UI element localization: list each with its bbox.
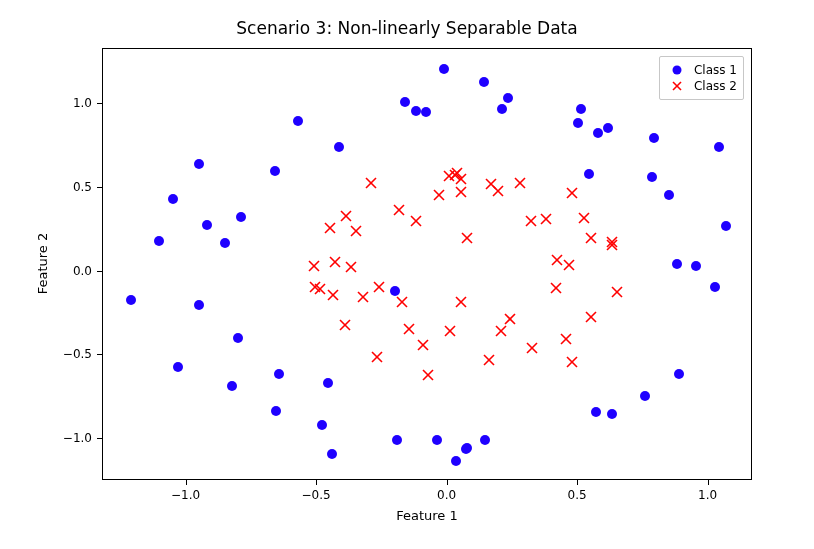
y-tick-label: 0.5 bbox=[52, 180, 92, 194]
svg-line-71 bbox=[452, 168, 462, 178]
svg-line-16 bbox=[456, 174, 466, 184]
svg-line-97 bbox=[486, 179, 496, 189]
data-point-class2 bbox=[410, 215, 422, 227]
data-point-class1 bbox=[202, 220, 212, 230]
data-point-class2 bbox=[449, 169, 461, 181]
data-point-class1 bbox=[593, 128, 603, 138]
legend-entry-class1: Class 1 bbox=[666, 63, 737, 77]
svg-line-85 bbox=[551, 283, 561, 293]
data-point-class1 bbox=[640, 391, 650, 401]
data-point-class2 bbox=[585, 311, 597, 323]
svg-line-24 bbox=[351, 226, 361, 236]
x-tick bbox=[316, 480, 317, 485]
data-point-class1 bbox=[584, 169, 594, 179]
data-point-class2 bbox=[308, 260, 320, 272]
svg-line-70 bbox=[452, 168, 462, 178]
svg-line-38 bbox=[374, 282, 384, 292]
plot-area bbox=[102, 48, 752, 480]
svg-line-5 bbox=[372, 352, 382, 362]
svg-line-53 bbox=[330, 257, 340, 267]
data-point-class1 bbox=[461, 444, 471, 454]
svg-line-95 bbox=[612, 287, 622, 297]
svg-line-18 bbox=[505, 314, 515, 324]
svg-line-17 bbox=[456, 174, 466, 184]
svg-line-44 bbox=[411, 216, 421, 226]
y-tick bbox=[97, 187, 102, 188]
data-point-class2 bbox=[327, 289, 339, 301]
data-point-class1 bbox=[672, 259, 682, 269]
y-tick bbox=[97, 271, 102, 272]
legend-entry-class2: Class 2 bbox=[666, 79, 737, 93]
data-point-class2 bbox=[566, 356, 578, 368]
data-point-class2 bbox=[483, 354, 495, 366]
svg-line-89 bbox=[456, 297, 466, 307]
data-point-class1 bbox=[194, 300, 204, 310]
data-point-class2 bbox=[314, 283, 326, 295]
svg-line-15 bbox=[527, 343, 537, 353]
x-tick bbox=[447, 480, 448, 485]
data-point-class1 bbox=[691, 261, 701, 271]
data-point-class2 bbox=[504, 313, 516, 325]
svg-line-88 bbox=[456, 297, 466, 307]
svg-line-12 bbox=[423, 370, 433, 380]
svg-line-30 bbox=[515, 178, 525, 188]
y-tick-label: −1.0 bbox=[52, 431, 92, 445]
svg-line-2 bbox=[567, 357, 577, 367]
svg-line-42 bbox=[358, 292, 368, 302]
svg-line-33 bbox=[418, 340, 428, 350]
x-tick-label: −1.0 bbox=[171, 488, 200, 502]
svg-line-66 bbox=[552, 255, 562, 265]
data-point-class2 bbox=[350, 225, 362, 237]
data-point-class1 bbox=[480, 435, 490, 445]
svg-line-4 bbox=[372, 352, 382, 362]
svg-line-39 bbox=[374, 282, 384, 292]
svg-line-68 bbox=[567, 188, 577, 198]
svg-line-65 bbox=[579, 213, 589, 223]
data-point-class1 bbox=[439, 64, 449, 74]
data-point-class1 bbox=[432, 435, 442, 445]
data-point-class1 bbox=[603, 123, 613, 133]
x-tick bbox=[577, 480, 578, 485]
svg-line-11 bbox=[315, 284, 325, 294]
data-point-class2 bbox=[403, 323, 415, 335]
data-point-class1 bbox=[233, 333, 243, 343]
data-point-class1 bbox=[710, 282, 720, 292]
svg-line-59 bbox=[493, 186, 503, 196]
x-tick-label: −0.5 bbox=[301, 488, 330, 502]
data-point-class2 bbox=[371, 351, 383, 363]
data-point-class1 bbox=[126, 295, 136, 305]
legend-label: Class 2 bbox=[694, 79, 737, 93]
data-point-class2 bbox=[550, 282, 562, 294]
svg-line-78 bbox=[462, 233, 472, 243]
data-point-class1 bbox=[714, 142, 724, 152]
svg-line-47 bbox=[445, 326, 455, 336]
svg-line-54 bbox=[394, 205, 404, 215]
data-point-class2 bbox=[444, 325, 456, 337]
svg-line-63 bbox=[586, 233, 596, 243]
data-point-class1 bbox=[421, 107, 431, 117]
data-point-class1 bbox=[479, 77, 489, 87]
data-point-class1 bbox=[390, 286, 400, 296]
svg-line-51 bbox=[341, 211, 351, 221]
svg-line-7 bbox=[366, 178, 376, 188]
data-point-class1 bbox=[317, 420, 327, 430]
svg-line-28 bbox=[328, 290, 338, 300]
svg-line-46 bbox=[445, 326, 455, 336]
data-point-class1 bbox=[270, 166, 280, 176]
x-axis-label: Feature 1 bbox=[327, 508, 527, 523]
data-point-class2 bbox=[340, 210, 352, 222]
svg-line-25 bbox=[351, 226, 361, 236]
y-tick bbox=[97, 354, 102, 355]
svg-line-14 bbox=[527, 343, 537, 353]
svg-line-48 bbox=[496, 326, 506, 336]
data-point-class1 bbox=[664, 190, 674, 200]
svg-line-22 bbox=[444, 171, 454, 181]
data-point-class1 bbox=[168, 194, 178, 204]
data-point-class2 bbox=[485, 178, 497, 190]
data-point-class2 bbox=[309, 281, 321, 293]
data-point-class2 bbox=[455, 186, 467, 198]
svg-line-3 bbox=[567, 357, 577, 367]
data-point-class1 bbox=[271, 406, 281, 416]
svg-line-37 bbox=[484, 355, 494, 365]
svg-line-45 bbox=[411, 216, 421, 226]
